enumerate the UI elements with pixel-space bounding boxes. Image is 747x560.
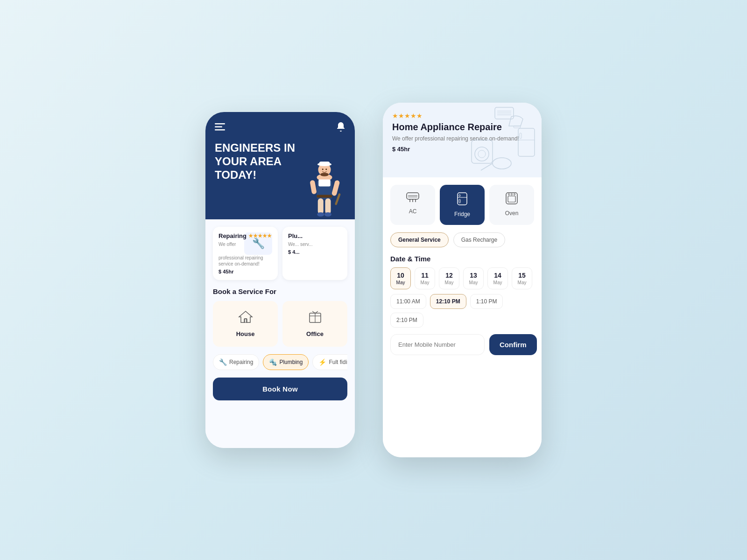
svg-rect-8 (317, 195, 332, 198)
svg-line-32 (481, 163, 493, 170)
phone-left: ENGINEERS IN YOUR AREA TODAY! (205, 112, 355, 448)
svg-point-5 (320, 173, 329, 176)
house-card[interactable]: House (213, 301, 278, 347)
svg-rect-48 (508, 196, 515, 202)
plumbing-card[interactable]: Plu... We... serv... $ 4... (282, 227, 347, 280)
left-phone-header: ENGINEERS IN YOUR AREA TODAY! (205, 112, 355, 219)
service-tabs: 🔧 Repairing 🔩 Plumbing ⚡ Fult fiding (213, 354, 347, 370)
repairing-card-price: $ 45hr (218, 269, 272, 274)
date-14[interactable]: 14 May (487, 267, 508, 289)
plumbing-card-title: Plu... (288, 232, 342, 239)
repairing-card[interactable]: 🔧 Repairing ★★★★★ We offer professional … (213, 227, 278, 280)
date-time-section: Date & Time 10 May 11 May 12 May (390, 255, 534, 328)
svg-rect-45 (459, 195, 460, 196)
bg-appliance-icons (467, 103, 542, 177)
gas-recharge-button[interactable]: Gas Recharge (453, 232, 505, 247)
office-label: Office (306, 330, 324, 337)
repairing-tab-icon: 🔧 (219, 358, 227, 366)
svg-point-16 (322, 168, 324, 170)
engineer-illustration (299, 149, 350, 219)
svg-point-14 (317, 212, 324, 217)
book-for-grid: House Office (213, 301, 347, 347)
date-12[interactable]: 12 May (439, 267, 459, 289)
right-hero: ★★★★★ Home Appliance Repaire We offer pr… (383, 103, 542, 177)
book-now-button[interactable]: Book Now (213, 378, 347, 400)
svg-rect-27 (520, 133, 521, 139)
ac-button[interactable]: AC (390, 185, 435, 225)
svg-rect-1 (215, 126, 222, 128)
date-15[interactable]: 15 May (512, 267, 532, 289)
date-row: 10 May 11 May 12 May 13 May (390, 267, 534, 289)
general-service-button[interactable]: General Service (390, 232, 449, 247)
svg-point-17 (325, 168, 327, 170)
confirm-row: Confirm (390, 334, 534, 355)
svg-point-30 (478, 150, 486, 158)
svg-rect-2 (215, 129, 225, 131)
time-row: 11:00 AM 12:10 PM 1:10 PM 2:10 PM (390, 294, 534, 328)
svg-rect-0 (215, 123, 225, 125)
mobile-input[interactable] (390, 334, 485, 355)
time-210[interactable]: 2:10 PM (390, 313, 423, 328)
phone-right: ★★★★★ Home Appliance Repaire We offer pr… (383, 103, 542, 457)
svg-rect-25 (518, 128, 535, 156)
service-type-row: General Service Gas Recharge (390, 232, 534, 247)
house-icon (238, 310, 253, 327)
svg-rect-46 (459, 199, 460, 203)
svg-rect-43 (458, 193, 467, 205)
svg-rect-9 (310, 180, 317, 194)
plumbing-tab-icon: 🔩 (269, 358, 277, 366)
fult-fiding-tab[interactable]: ⚡ Fult fiding (312, 354, 347, 370)
hero-title: ENGINEERS IN YOUR AREA TODAY! (215, 141, 299, 182)
svg-point-15 (324, 212, 331, 217)
svg-point-29 (475, 147, 489, 161)
appliance-selector: AC Fridge (390, 185, 534, 225)
repairing-tab[interactable]: 🔧 Repairing (213, 354, 259, 370)
oven-button[interactable]: Oven (489, 185, 534, 225)
left-phone-content: 🔧 Repairing ★★★★★ We offer professional … (205, 219, 355, 448)
svg-rect-28 (472, 140, 493, 163)
date-13[interactable]: 13 May (463, 267, 484, 289)
svg-point-51 (514, 194, 515, 195)
date-11[interactable]: 11 May (415, 267, 435, 289)
book-section-title: Book a Service For (213, 287, 347, 295)
repairing-card-title: Repairing ★★★★★ (218, 232, 240, 239)
svg-rect-19 (319, 161, 330, 165)
date-10[interactable]: 10 May (390, 267, 411, 289)
plumbing-tab[interactable]: 🔩 Plumbing (263, 354, 309, 370)
svg-rect-13 (325, 198, 331, 214)
svg-rect-7 (318, 180, 331, 187)
hamburger-icon[interactable] (215, 123, 225, 132)
plumbing-card-price: $ 4... (288, 249, 342, 255)
svg-point-31 (493, 158, 511, 169)
time-1210[interactable]: 12:10 PM (430, 294, 466, 309)
plumbing-card-desc: We... serv... (288, 241, 342, 247)
office-card[interactable]: Office (282, 301, 347, 347)
svg-rect-37 (407, 193, 419, 199)
fult-fiding-tab-icon: ⚡ (318, 358, 326, 366)
oven-icon (506, 192, 518, 207)
confirm-button[interactable]: Confirm (489, 334, 537, 355)
top-bar (215, 121, 345, 134)
ac-icon (406, 192, 419, 205)
time-1100[interactable]: 11:00 AM (390, 294, 426, 309)
office-icon (308, 310, 323, 327)
time-110[interactable]: 1:10 PM (470, 294, 503, 309)
svg-point-49 (508, 194, 510, 195)
phones-container: ENGINEERS IN YOUR AREA TODAY! (205, 103, 542, 457)
right-content: AC Fridge (383, 177, 542, 457)
date-time-title: Date & Time (390, 255, 534, 263)
service-cards-row: 🔧 Repairing ★★★★★ We offer professional … (213, 227, 347, 280)
bell-icon[interactable] (336, 121, 345, 134)
fridge-icon (457, 192, 468, 208)
svg-rect-12 (318, 198, 324, 214)
house-label: House (236, 330, 255, 337)
fridge-button[interactable]: Fridge (440, 185, 485, 225)
svg-point-50 (511, 194, 513, 195)
